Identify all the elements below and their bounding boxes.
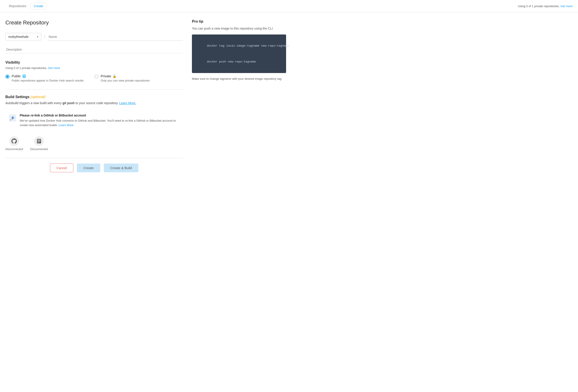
- namespace-select[interactable]: mobythewhale ▾: [5, 33, 41, 40]
- public-title: Public 🌐: [12, 74, 84, 78]
- visibility-title: Visibility: [5, 60, 183, 65]
- svg-rect-7: [38, 141, 40, 142]
- tagname-italic: tagname: [220, 77, 231, 80]
- bitbucket-account[interactable]: Disconnected: [30, 136, 48, 151]
- private-desc: Only you can view private repositories: [101, 79, 150, 82]
- bitbucket-label: Disconnected: [30, 147, 48, 151]
- name-row: mobythewhale ▾ /: [5, 33, 183, 40]
- lock-icon: 🔒: [113, 74, 116, 78]
- relink-learn-more-link[interactable]: Learn More: [58, 123, 73, 127]
- github-icon: [9, 136, 19, 146]
- relink-title: Please re-link a GitHub or Bitbucket acc…: [20, 114, 179, 117]
- slash-separator: /: [44, 35, 45, 39]
- visibility-subtitle: Using 0 of 1 private repositories. Get m…: [5, 66, 183, 70]
- chevron-down-icon: ▾: [37, 35, 38, 38]
- github-label: Disconnected: [5, 147, 23, 151]
- globe-icon: 🌐: [22, 74, 26, 78]
- visibility-options: Public 🌐 Public repositories appear in D…: [5, 74, 183, 82]
- svg-rect-5: [38, 140, 39, 141]
- relink-content: Please re-link a GitHub or Bitbucket acc…: [20, 114, 179, 127]
- public-radio[interactable]: [5, 75, 9, 79]
- repo-name-input[interactable]: [48, 33, 183, 40]
- pro-tip-title: Pro tip: [192, 19, 286, 24]
- public-desc: Public repositories appear in Docker Hub…: [12, 79, 84, 82]
- create-and-build-button[interactable]: Create & Build: [104, 163, 139, 172]
- private-option[interactable]: Private 🔒 Only you can view private repo…: [95, 74, 150, 82]
- learn-more-autobuild-link[interactable]: Learn More.: [119, 101, 136, 105]
- svg-rect-8: [38, 142, 40, 142]
- create-button[interactable]: Create: [77, 163, 100, 172]
- cancel-button[interactable]: Cancel: [50, 163, 74, 172]
- usage-info: Using 0 of 1 private repositories. Get m…: [518, 4, 573, 8]
- relink-desc: We've updated how Docker Hub connects to…: [20, 118, 179, 127]
- public-option[interactable]: Public 🌐 Public repositories appear in D…: [5, 74, 84, 82]
- build-settings-title: Build Settings (optional): [5, 95, 183, 99]
- page-title: Create Repository: [5, 19, 183, 26]
- github-account[interactable]: Disconnected: [5, 136, 23, 151]
- namespace-value: mobythewhale: [8, 35, 28, 39]
- breadcrumb-repositories[interactable]: Repositories: [5, 3, 30, 9]
- divider: [5, 89, 183, 90]
- form-section: Create Repository mobythewhale ▾ / Visib…: [5, 19, 183, 178]
- breadcrumb: Repositories Create Using 0 of 1 private…: [0, 0, 578, 12]
- visibility-get-more-link[interactable]: Get more: [48, 66, 60, 70]
- private-radio[interactable]: [95, 75, 98, 79]
- breadcrumb-nav: Repositories Create: [5, 3, 47, 9]
- description-input[interactable]: [5, 46, 183, 53]
- optional-label: (optional): [31, 95, 46, 99]
- autobuild-text: Autobuild triggers a new build with ever…: [5, 101, 183, 106]
- svg-rect-6: [39, 140, 40, 141]
- usage-text: Using 0 of 1 private repositories.: [518, 4, 560, 8]
- main-container: Create Repository mobythewhale ▾ / Visib…: [0, 12, 291, 185]
- get-more-link[interactable]: Get more: [561, 4, 573, 8]
- action-buttons: Cancel Create Create & Build: [5, 158, 183, 178]
- code-block: docker tag local-image:tagname new-repo:…: [192, 35, 286, 73]
- pro-tip-footer: Make sure to change tagname with your de…: [192, 77, 286, 81]
- public-details: Public 🌐 Public repositories appear in D…: [12, 74, 84, 82]
- connected-accounts: Disconnected Disconnected: [5, 136, 183, 151]
- relink-notice: Please re-link a GitHub or Bitbucket acc…: [5, 110, 183, 131]
- svg-point-2: [10, 137, 19, 146]
- sidebar: Pro tip You can push a new image to this…: [192, 19, 286, 178]
- private-title: Private 🔒: [101, 74, 150, 78]
- git-push-label: git push: [62, 101, 74, 105]
- bitbucket-icon: [34, 136, 44, 146]
- relink-icon: [9, 115, 16, 122]
- private-details: Private 🔒 Only you can view private repo…: [101, 74, 150, 82]
- pro-tip-text: You can push a new image to this reposit…: [192, 26, 286, 31]
- breadcrumb-create[interactable]: Create: [30, 3, 47, 9]
